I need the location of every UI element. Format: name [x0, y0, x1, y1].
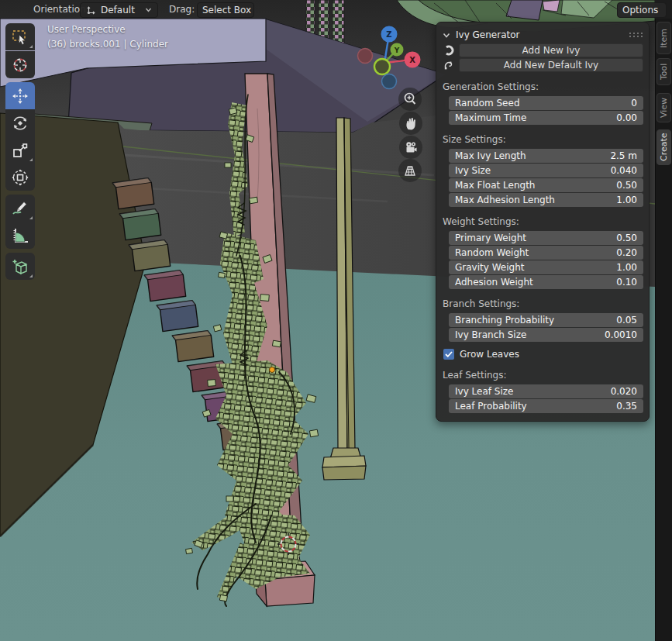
field-gravity-weight[interactable]: Gravity Weight 1.00 — [449, 260, 643, 274]
grow-leaves-checkbox[interactable] — [443, 349, 454, 360]
field-value: 0.50 — [616, 180, 637, 191]
field-max-float-length[interactable]: Max Float Length 0.50 — [449, 178, 643, 192]
field-leaf-probability[interactable]: Leaf Probability 0.35 — [449, 399, 643, 413]
field-value: 0.00 — [616, 112, 637, 123]
3d-cursor-icon — [10, 55, 30, 75]
tool-select-box[interactable] — [5, 23, 35, 50]
tool-add-cube[interactable] — [5, 253, 35, 280]
gizmo-axis-y-neg[interactable] — [374, 59, 390, 74]
drag-label: Drag: — [169, 4, 195, 15]
panel-collapse-chevron-icon[interactable] — [443, 33, 450, 38]
panel-title: Ivy Generator — [456, 29, 623, 40]
field-label: Primary Weight — [455, 233, 526, 243]
tool-measure[interactable] — [5, 222, 35, 249]
field-label: Adhesion Weight — [455, 277, 533, 288]
subtool-indicator — [29, 274, 33, 277]
gizmo-axis-y[interactable]: Y — [391, 43, 404, 57]
navigation-gizmo[interactable]: Z Y X — [353, 22, 426, 95]
chevron-down-icon — [145, 8, 152, 12]
field-value: 1.00 — [616, 262, 637, 273]
field-value: 0.35 — [616, 401, 637, 412]
options-dropdown[interactable]: Options — [617, 2, 667, 18]
grid-icon — [401, 162, 419, 179]
add-cube-icon — [10, 257, 30, 277]
drag-mode-dropdown[interactable]: Select Box — [197, 2, 254, 18]
drag-mode-value: Select Box — [202, 5, 251, 16]
field-random-weight[interactable]: Random Weight 0.20 — [449, 246, 643, 260]
zoom-button[interactable] — [398, 88, 422, 111]
field-ivy-leaf-size[interactable]: Ivy Leaf Size 0.020 — [449, 384, 643, 398]
camera-view-button[interactable] — [399, 136, 422, 159]
tool-transform[interactable] — [5, 164, 35, 191]
field-label: Random Seed — [455, 98, 520, 109]
field-adhesion-weight[interactable]: Adhesion Weight 0.10 — [449, 275, 643, 289]
field-random-seed[interactable]: Random Seed 0 — [449, 96, 643, 110]
ivy-curve-icon — [442, 45, 455, 56]
checkmark-icon — [445, 351, 453, 357]
panel-header[interactable]: Ivy Generator — [442, 26, 643, 43]
tool-rotate[interactable] — [5, 109, 35, 136]
tool-cursor[interactable] — [5, 51, 35, 78]
field-label: Max Adhesion Length — [455, 195, 555, 205]
gizmo-axis-z-neg[interactable] — [382, 74, 397, 89]
options-label: Options — [622, 5, 658, 16]
field-label: Ivy Size — [455, 165, 491, 176]
rotate-icon — [10, 113, 30, 133]
tab-item[interactable]: Item — [656, 22, 671, 54]
gizmo-axis-x[interactable]: X — [405, 52, 421, 68]
section-leaf-settings: Leaf Settings: — [443, 370, 643, 381]
grow-leaves-row[interactable]: Grow Leaves — [443, 348, 643, 360]
field-branching-probability[interactable]: Branching Probability 0.05 — [449, 313, 643, 327]
transform-orientation-icon — [86, 5, 96, 16]
field-label: Max Ivy Length — [455, 150, 526, 161]
field-primary-weight[interactable]: Primary Weight 0.50 — [449, 231, 643, 245]
field-label: Max Float Length — [455, 180, 535, 191]
field-ivy-branch-size[interactable]: Ivy Branch Size 0.0010 — [449, 328, 643, 342]
field-max-ivy-length[interactable]: Max Ivy Length 2.5 m — [449, 149, 643, 163]
annotate-pencil-icon — [10, 198, 30, 219]
field-value: 2.5 m — [610, 150, 637, 161]
tool-move[interactable] — [5, 82, 35, 109]
field-maximum-time[interactable]: Maximum Time 0.00 — [449, 111, 643, 125]
field-value: 0.020 — [611, 386, 637, 397]
gizmo-x-label: X — [409, 56, 415, 64]
camera-icon — [402, 139, 419, 156]
add-new-default-ivy-button[interactable]: Add New Default Ivy — [459, 58, 643, 72]
tool-scale[interactable] — [5, 136, 35, 164]
field-label: Maximum Time — [455, 112, 526, 123]
grow-leaves-label: Grow Leaves — [460, 349, 519, 360]
field-max-adhesion-length[interactable]: Max Adhesion Length 1.00 — [449, 193, 643, 207]
magnifier-plus-icon — [401, 91, 419, 108]
section-branch-settings: Branch Settings: — [443, 298, 643, 310]
field-ivy-size[interactable]: Ivy Size 0.040 — [449, 164, 643, 177]
gizmo-y-label: Y — [394, 47, 400, 54]
ivy-generator-panel: Ivy Generator Add New Ivy Add New Defaul… — [436, 22, 650, 422]
tab-create[interactable]: Create — [656, 129, 671, 165]
measure-icon — [10, 226, 30, 246]
panel-drag-handle[interactable] — [629, 32, 643, 38]
view-perspective-label: User Perspective — [47, 22, 168, 37]
orientation-dropdown[interactable]: Default — [80, 2, 158, 18]
toggle-grid-button[interactable] — [398, 159, 422, 182]
subtool-indicator — [29, 158, 33, 161]
add-new-ivy-button[interactable]: Add New Ivy — [459, 43, 643, 57]
move-icon — [10, 86, 30, 106]
tab-tool[interactable]: Tool — [656, 58, 671, 85]
object-origin-dot[interactable] — [270, 367, 275, 373]
field-value: 0.20 — [616, 247, 637, 258]
section-generation-settings: Generation Settings: — [443, 81, 643, 93]
transform-icon — [10, 167, 30, 188]
section-weight-settings: Weight Settings: — [443, 216, 643, 228]
tool-annotate[interactable] — [5, 195, 35, 222]
field-label: Branching Probability — [455, 315, 554, 326]
viewport-header-overlay: User Perspective (36) brocks.001 | Cylin… — [47, 22, 168, 52]
tab-view[interactable]: View — [656, 93, 671, 122]
active-object-label: (36) brocks.001 | Cylinder — [47, 37, 168, 52]
gizmo-axis-x-neg[interactable] — [358, 49, 373, 64]
ivy-default-curve-icon — [442, 60, 455, 71]
gizmo-axis-z[interactable]: Z — [381, 26, 398, 43]
field-value: 0.10 — [616, 277, 637, 288]
field-label: Leaf Probability — [455, 401, 527, 412]
field-value: 0.0010 — [605, 329, 637, 340]
pan-button[interactable] — [399, 112, 422, 135]
